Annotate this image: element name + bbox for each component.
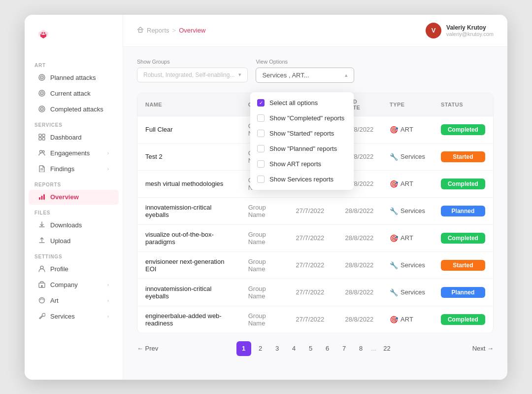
sidebar-item-label: Planned attacks: [50, 74, 109, 81]
check-icon: ✓: [259, 100, 263, 106]
grid-icon: [38, 134, 46, 142]
checkbox-show-services[interactable]: [257, 176, 265, 183]
sidebar-item-label: Overview: [50, 193, 109, 201]
chevron-right-icon: ›: [107, 150, 109, 156]
status-badge: Completed: [441, 314, 485, 325]
main-content: Reports > Overview V Valeriy Krutoy vale…: [123, 15, 507, 380]
sidebar-item-label: Engagements: [50, 149, 103, 157]
sidebar-item-upload[interactable]: Upload: [29, 234, 119, 249]
page-btn-2[interactable]: 2: [253, 341, 268, 356]
col-status: STATUS: [433, 93, 493, 116]
show-groups-value: Robust, Integrated, Self-enabling...: [143, 72, 234, 78]
cell-type: 🎯 ART: [382, 306, 433, 333]
prev-button[interactable]: ← Prev: [137, 345, 158, 352]
cell-name: engineerbalue-added web-readiness: [137, 306, 240, 333]
dropdown-item-select-all[interactable]: ✓ Select all options: [250, 95, 354, 110]
checkbox-show-planned[interactable]: [257, 145, 265, 152]
cell-type: 🎯 ART: [382, 224, 433, 251]
cell-status: Started: [433, 143, 493, 170]
sidebar-item-current-attack[interactable]: Current attack: [29, 86, 119, 101]
sidebar-item-downloads[interactable]: Downloads: [29, 218, 119, 233]
cell-end-date: 28/8/2022: [337, 306, 382, 333]
page-btn-6[interactable]: 6: [320, 341, 335, 356]
sidebar-item-overview[interactable]: Overview: [29, 190, 119, 205]
sidebar-item-dashboard[interactable]: Dashboard: [29, 130, 119, 145]
cell-status: Completed: [433, 170, 493, 197]
checkbox-show-art[interactable]: [257, 160, 265, 168]
dropdown-item-show-completed[interactable]: Show "Completed" reports: [250, 110, 354, 126]
next-button[interactable]: Next →: [472, 345, 494, 352]
sidebar-item-company[interactable]: Company ›: [29, 278, 119, 292]
checkbox-show-started[interactable]: [257, 130, 265, 137]
page-btn-5[interactable]: 5: [303, 341, 318, 356]
cell-status: Planned: [433, 197, 493, 224]
checkbox-select-all[interactable]: ✓: [257, 99, 265, 107]
table-row[interactable]: innovatemission-critical eyeballs Group …: [137, 197, 493, 224]
page-btn-22[interactable]: 22: [379, 341, 394, 356]
svg-point-15: [42, 150, 44, 152]
breadcrumb-sep: >: [172, 27, 176, 34]
chevron-right-icon: ›: [107, 314, 109, 319]
sidebar-item-findings[interactable]: Findings ›: [29, 162, 119, 177]
sidebar-item-label: Services: [50, 313, 103, 320]
page-numbers: 1 2 3 4 5 6 7 8 ... 22: [236, 341, 395, 356]
sidebar-item-label: Dashboard: [50, 134, 109, 141]
person-icon: [38, 265, 46, 273]
cell-name: Full Clear: [137, 116, 240, 143]
cell-group: Group Name: [240, 251, 288, 279]
dropdown-item-show-started[interactable]: Show "Started" reports: [250, 126, 354, 141]
table-row[interactable]: innovatemission-critical eyeballs Group …: [137, 279, 493, 306]
sidebar-item-label: Profile: [50, 265, 109, 273]
col-name: NAME: [137, 93, 240, 116]
svg-rect-19: [41, 196, 43, 200]
art-icon: [38, 297, 46, 305]
sidebar-section-services: SERVICES: [25, 117, 123, 130]
checkbox-show-completed[interactable]: [257, 114, 265, 122]
prev-label: ← Prev: [137, 345, 158, 352]
dropdown-item-show-art[interactable]: Show ART reports: [250, 156, 354, 172]
cell-name: visualize out-of-the-box-paradigms: [137, 224, 240, 251]
dropdown-item-label: Show "Planned" reports: [269, 145, 337, 152]
type-icon: 🎯: [390, 316, 398, 323]
sidebar-item-profile[interactable]: Profile: [29, 262, 119, 277]
chevron-up-icon: ▴: [345, 72, 348, 78]
cell-end-date: 28/8/2022: [337, 251, 382, 279]
cell-type: 🔧 Services: [382, 251, 433, 279]
view-options-select[interactable]: Services , ART... ▴: [256, 68, 354, 83]
chart-icon: [38, 193, 46, 201]
filters-row: Show Groups Robust, Integrated, Self-ena…: [137, 59, 494, 83]
page-btn-3[interactable]: 3: [270, 341, 285, 356]
dropdown-item-show-planned[interactable]: Show "Planned" reports: [250, 141, 354, 156]
sidebar: ART Planned attacks Current attack Compl…: [25, 15, 123, 380]
breadcrumb-reports: Reports: [147, 27, 169, 34]
page-btn-7[interactable]: 7: [337, 341, 352, 356]
table-row[interactable]: envisioneer next-generation EOI Group Na…: [137, 251, 493, 279]
page-btn-1[interactable]: 1: [236, 341, 251, 356]
sidebar-item-planned-attacks[interactable]: Planned attacks: [29, 71, 119, 85]
dropdown-item-show-services[interactable]: Show Services reports: [250, 172, 354, 187]
status-badge: Completed: [441, 124, 485, 135]
pagination: ← Prev 1 2 3 4 5 6 7 8 ... 22 Next →: [137, 333, 494, 358]
sidebar-item-engagements[interactable]: Engagements ›: [29, 146, 119, 161]
show-groups-select[interactable]: Robust, Integrated, Self-enabling... ▾: [137, 68, 248, 82]
table-row[interactable]: visualize out-of-the-box-paradigms Group…: [137, 224, 493, 251]
page-btn-8[interactable]: 8: [354, 341, 368, 356]
cell-name: Test 2: [137, 143, 240, 170]
page-btn-4[interactable]: 4: [287, 341, 301, 356]
sidebar-section-reports: REPORTS: [25, 177, 123, 189]
cell-name: innovatemission-critical eyeballs: [137, 197, 240, 224]
table-row[interactable]: engineerbalue-added web-readiness Group …: [137, 306, 493, 333]
cell-end-date: 28/8/2022: [337, 279, 382, 306]
file-icon: [38, 165, 46, 173]
wrench-icon: [38, 313, 46, 321]
sidebar-item-completed-attacks[interactable]: Completed attacks: [29, 102, 119, 117]
home-icon: [137, 26, 144, 35]
sidebar-item-art[interactable]: Art ›: [29, 293, 119, 308]
svg-point-14: [40, 150, 42, 153]
sidebar-item-services[interactable]: Services ›: [29, 309, 119, 324]
target-icon-3: [38, 106, 46, 113]
building-icon: [38, 281, 46, 289]
cell-status: Completed: [433, 306, 493, 333]
chevron-right-icon: ›: [107, 166, 109, 172]
cell-name: innovatemission-critical eyeballs: [137, 279, 240, 306]
